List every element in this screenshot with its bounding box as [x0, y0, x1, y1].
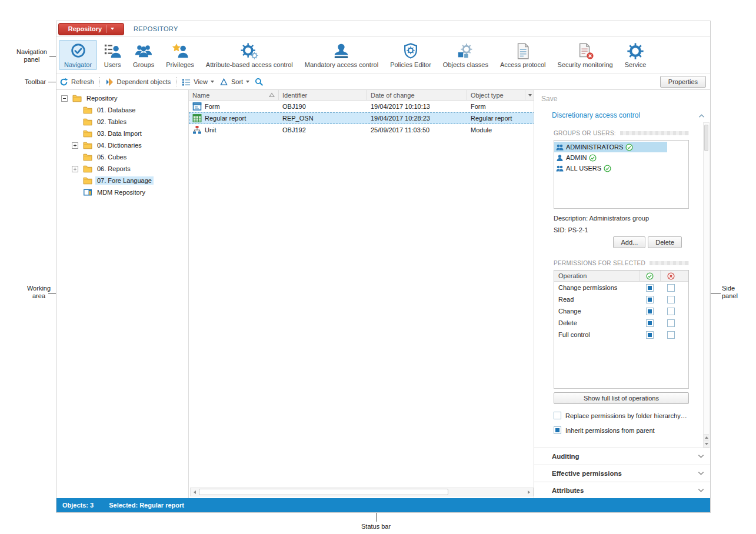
section-attributes[interactable]: Attributes — [534, 482, 710, 498]
expand-icon[interactable] — [72, 166, 78, 172]
scroll-left-icon[interactable] — [191, 488, 199, 496]
tree-item-mdm-repository[interactable]: MDM Repository — [56, 186, 188, 198]
view-button[interactable]: View — [182, 78, 214, 86]
status-bar: Objects: 3 Selected: Regular report — [56, 498, 710, 512]
deny-checkbox[interactable] — [667, 319, 675, 327]
dependent-objects-button[interactable]: Dependent objects — [105, 78, 171, 86]
inherit-permissions-checkbox[interactable] — [554, 426, 561, 434]
scroll-up-icon[interactable] — [704, 434, 709, 440]
deny-checkbox[interactable] — [667, 331, 675, 339]
ribbon-item-access-protocol[interactable]: Access protocol — [495, 40, 551, 70]
deny-checkbox[interactable] — [667, 296, 675, 303]
permission-name: Read — [554, 296, 639, 303]
permission-row-full-control[interactable]: Full control — [554, 329, 688, 341]
annotation-text: panel — [15, 56, 48, 64]
permission-row-delete[interactable]: Delete — [554, 317, 688, 329]
ribbon-item-groups[interactable]: Groups — [128, 40, 159, 70]
expand-icon[interactable] — [72, 142, 78, 149]
ribbon-item-label: Navigator — [64, 61, 92, 68]
allow-checkbox[interactable] — [646, 319, 654, 327]
scrollbar-thumb[interactable] — [704, 125, 708, 151]
column-header-date-of-change[interactable]: Date of change — [367, 90, 467, 100]
ribbon-item-users[interactable]: Users — [98, 40, 126, 70]
group-icon — [556, 165, 564, 172]
tab-repository[interactable]: REPOSITORY — [134, 25, 178, 32]
replace-permissions-checkbox[interactable] — [554, 412, 561, 419]
allow-checkbox[interactable] — [646, 308, 654, 315]
allow-checkbox[interactable] — [646, 296, 654, 303]
sort-label: Sort — [231, 78, 243, 85]
ribbon-item-attribute-based-access-control[interactable]: Attribute-based access control — [201, 40, 298, 70]
table-row-form[interactable]: Form OBJ190 19/04/2017 10:10:13 Form — [189, 101, 535, 112]
scroll-right-icon[interactable] — [525, 488, 533, 496]
refresh-button[interactable]: Refresh — [59, 78, 94, 86]
search-button[interactable] — [255, 78, 264, 86]
section-effective-permissions[interactable]: Effective permissions — [534, 465, 710, 482]
section-discretionary-access-control[interactable]: Discretionary access control — [552, 111, 640, 119]
objects-classes-icon — [457, 42, 474, 60]
access-protocol-icon — [514, 42, 532, 60]
deny-checkbox[interactable] — [667, 308, 675, 315]
allow-checkbox[interactable] — [646, 284, 654, 292]
ribbon-item-policies-editor[interactable]: Policies Editor — [385, 40, 437, 70]
ribbon-item-service[interactable]: Service — [620, 40, 652, 70]
groups-icon — [135, 42, 152, 60]
chevron-up-icon[interactable] — [698, 112, 705, 119]
permission-row-read[interactable]: Read — [554, 293, 688, 305]
annotation-side-panel: Side panel — [722, 285, 738, 300]
permission-row-change-permissions[interactable]: Change permissions — [554, 282, 688, 293]
list-item-administrators[interactable]: ADMINISTRATORS — [554, 142, 667, 152]
ribbon-item-privileges[interactable]: Privileges — [161, 40, 199, 70]
column-header-identifier[interactable]: Identifier — [279, 90, 367, 100]
column-header-name[interactable]: Name — [189, 90, 279, 100]
tree-item-dictionaries[interactable]: 04. Dictionaries — [56, 139, 188, 151]
repository-menu-button[interactable]: Repository — [58, 23, 124, 35]
section-auditing[interactable]: Auditing — [534, 448, 710, 465]
properties-button[interactable]: Properties — [660, 76, 706, 88]
cell-date: 19/04/2017 10:10:13 — [367, 103, 467, 110]
tree-item-database[interactable]: 01. Database — [56, 104, 188, 116]
collapse-icon[interactable] — [61, 95, 68, 102]
cell-identifier: OBJ190 — [279, 103, 367, 110]
allow-checkbox[interactable] — [646, 331, 654, 339]
tree-item-reports[interactable]: 06. Reports — [56, 163, 188, 175]
ribbon-item-label: Service — [625, 61, 647, 68]
ribbon-item-objects-classes[interactable]: Objects classes — [438, 40, 494, 70]
tree-item-repository-root[interactable]: Repository — [56, 92, 188, 104]
cell-type: Form — [467, 103, 525, 110]
ribbon-item-security-monitoring[interactable]: Security monitoring — [552, 40, 618, 70]
delete-button[interactable]: Delete — [648, 236, 682, 248]
column-header-object-type[interactable]: Object type — [467, 90, 525, 100]
show-full-list-button[interactable]: Show full list of operations — [554, 392, 689, 404]
add-button[interactable]: Add... — [613, 236, 645, 248]
tree-item-fore-language[interactable]: 07. Fore Language — [56, 175, 188, 186]
groups-or-users-label-row: GROUPS OR USERS: — [554, 130, 689, 136]
sort-button[interactable]: Sort — [219, 78, 249, 86]
folder-icon — [83, 118, 92, 126]
ribbon: Navigator Users Groups Privileges Attrib… — [56, 37, 710, 74]
groups-users-list[interactable]: ADMINISTRATORS ADMIN ALL USERS — [554, 140, 689, 209]
toolbar: Refresh Dependent objects View Sort — [56, 74, 710, 90]
ribbon-item-navigator[interactable]: Navigator — [59, 40, 97, 70]
list-item-admin[interactable]: ADMIN — [554, 152, 667, 163]
permission-row-change[interactable]: Change — [554, 305, 688, 317]
search-icon — [255, 78, 264, 86]
vertical-scrollbar[interactable] — [703, 122, 710, 448]
save-button[interactable]: Save — [541, 95, 557, 103]
tree-item-label: 03. Data Import — [95, 129, 144, 138]
cell-identifier: REP_OSN — [279, 115, 367, 122]
deny-checkbox[interactable] — [667, 284, 675, 292]
tree-item-cubes[interactable]: 05. Cubes — [56, 151, 188, 163]
list-item-all-users[interactable]: ALL USERS — [554, 163, 667, 173]
button-divider — [106, 25, 106, 33]
horizontal-scrollbar[interactable] — [190, 488, 534, 496]
ribbon-item-mandatory-access-control[interactable]: Mandatory access control — [299, 40, 384, 70]
scrollbar-thumb[interactable] — [199, 489, 448, 495]
section-label: Auditing — [552, 453, 580, 460]
table-row-regular-report[interactable]: Regular report REP_OSN 19/04/2017 10:28:… — [189, 112, 535, 124]
scroll-down-icon[interactable] — [704, 440, 709, 447]
column-label: Object type — [471, 92, 504, 99]
tree-item-data-import[interactable]: 03. Data Import — [56, 128, 188, 139]
tree-item-tables[interactable]: 02. Tables — [56, 116, 188, 128]
table-row-unit[interactable]: Unit OBJ192 25/09/2017 11:03:50 Module — [189, 124, 535, 136]
